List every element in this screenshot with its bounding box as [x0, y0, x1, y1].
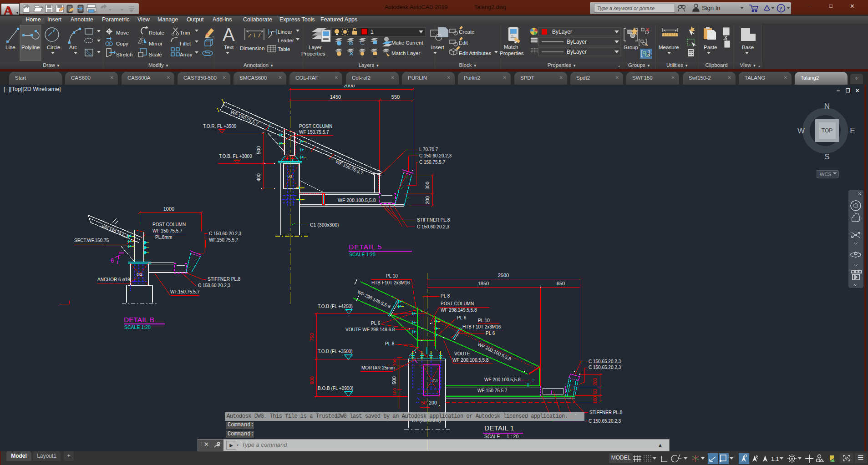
svg-text:DETAIL B: DETAIL B	[124, 316, 154, 323]
svg-text:SCALE 1:20: SCALE 1:20	[124, 324, 151, 330]
svg-text:ByLayer: ByLayer	[552, 29, 572, 35]
svg-text:100: 100	[593, 396, 598, 404]
svg-text:600: 600	[309, 376, 315, 384]
svg-text:L 70.70.7: L 70.70.7	[419, 147, 438, 152]
svg-text:Table: Table	[278, 46, 290, 52]
svg-text:N: N	[824, 102, 830, 111]
svg-text:Make Current: Make Current	[391, 40, 423, 45]
svg-text:550: 550	[391, 94, 400, 100]
svg-text:PL 8: PL 8	[385, 341, 395, 346]
svg-text:T.O.B (FL +4250): T.O.B (FL +4250)	[318, 304, 353, 309]
svg-text:1:1: 1:1	[771, 456, 779, 462]
svg-text:T.O.B. FL +3000: T.O.B. FL +3000	[219, 154, 252, 159]
svg-text:300: 300	[425, 182, 430, 190]
svg-text:T.O.R. FL +3500: T.O.R. FL +3500	[203, 124, 237, 129]
svg-text:Match Layer: Match Layer	[391, 51, 420, 56]
svg-text:DETAIL 5: DETAIL 5	[349, 243, 382, 251]
svg-text:500: 500	[391, 376, 397, 384]
svg-text:POST COLUMN: POST COLUMN	[441, 301, 474, 306]
svg-text:100: 100	[392, 359, 397, 366]
svg-text:HTB F10T 2x3M16: HTB F10T 2x3M16	[371, 280, 410, 285]
svg-text:G2: G2	[137, 272, 142, 277]
svg-text:B.O.B (FL +2900): B.O.B (FL +2900)	[318, 386, 353, 391]
svg-text:1 : 20: 1 : 20	[507, 434, 518, 439]
svg-text:Dimension: Dimension	[240, 45, 264, 51]
svg-text:POST COLUMN: POST COLUMN	[152, 222, 186, 227]
svg-text:Line: Line	[5, 45, 15, 50]
svg-text:100: 100	[392, 388, 397, 395]
svg-text:Base: Base	[742, 45, 754, 50]
svg-text:Linear: Linear	[278, 29, 292, 35]
svg-text:?: ?	[779, 5, 782, 12]
svg-text:50: 50	[593, 389, 598, 394]
svg-text:200: 200	[593, 378, 598, 385]
svg-text:SCALE 1:20: SCALE 1:20	[349, 252, 376, 257]
svg-text:PL.8mm: PL.8mm	[155, 235, 172, 240]
svg-text:C 150.60.20.2,3: C 150.60.20.2,3	[419, 153, 452, 158]
svg-text:200: 200	[429, 400, 437, 405]
svg-text:Edit Attributes: Edit Attributes	[459, 51, 491, 56]
svg-text:C 150.60.20.2,3: C 150.60.20.2,3	[209, 231, 242, 236]
svg-text:VOUTE WF 298.149.6.8: VOUTE WF 298.149.6.8	[345, 327, 395, 332]
svg-text:ByLayer: ByLayer	[567, 49, 587, 55]
svg-text:STIFFNER PL.8: STIFFNER PL.8	[589, 410, 623, 415]
svg-text:POST COLUMN: POST COLUMN	[299, 124, 332, 129]
svg-text:Properties: Properties	[301, 51, 325, 56]
svg-text:Insert: Insert	[431, 45, 445, 50]
svg-text:C 150.60.20.2,3: C 150.60.20.2,3	[417, 224, 450, 229]
svg-text:2500: 2500	[498, 273, 509, 278]
svg-text:C 150.60.20.2,3: C 150.60.20.2,3	[198, 283, 231, 288]
svg-text:PL 6: PL 6	[371, 321, 381, 326]
svg-text:E: E	[850, 126, 855, 135]
svg-text:Match: Match	[504, 44, 518, 50]
svg-text:Fillet: Fillet	[180, 41, 191, 46]
svg-text:2000: 2000	[344, 85, 355, 88]
svg-text:WF.150.75.5.7: WF.150.75.5.7	[209, 238, 239, 243]
svg-text:STIFFNER PL.8: STIFFNER PL.8	[208, 277, 241, 282]
svg-text:HTB F10T 2x3M16: HTB F10T 2x3M16	[462, 324, 501, 329]
svg-text:A: A	[223, 25, 235, 45]
svg-text:C 150.65.20.2,3: C 150.65.20.2,3	[589, 359, 621, 364]
svg-text:WF 150.75.5.7: WF 150.75.5.7	[299, 130, 329, 135]
svg-text:PL 6: PL 6	[457, 315, 467, 320]
svg-text:Edit: Edit	[459, 40, 468, 45]
svg-text:400: 400	[256, 173, 261, 182]
svg-text:200: 200	[425, 196, 430, 204]
svg-text:Group: Group	[624, 45, 638, 50]
svg-text:Measure: Measure	[659, 45, 679, 50]
svg-text:1000: 1000	[163, 206, 174, 212]
svg-text:WCS: WCS	[820, 172, 832, 177]
svg-text:Sign In: Sign In	[702, 5, 720, 11]
svg-text:Create: Create	[459, 29, 475, 35]
svg-text:Polyline: Polyline	[21, 45, 40, 50]
svg-text:T.O.B (FL +3500): T.O.B (FL +3500)	[318, 349, 353, 354]
svg-text:PL 10: PL 10	[386, 273, 398, 278]
svg-text:TOP: TOP	[822, 127, 832, 134]
svg-text:PL 8: PL 8	[441, 293, 450, 298]
svg-text:DETAIL 1: DETAIL 1	[484, 424, 514, 432]
svg-text:Mirror: Mirror	[149, 41, 162, 46]
svg-text:Circle: Circle	[47, 45, 60, 50]
svg-text:WF 150.75.5.7: WF 150.75.5.7	[477, 388, 508, 393]
svg-text:WF 150.75.5.7: WF 150.75.5.7	[152, 228, 183, 233]
svg-text:S: S	[824, 152, 829, 161]
svg-text:WF 200.100.5,5.8: WF 200.100.5,5.8	[338, 197, 376, 203]
svg-text:C 150.75.5.7: C 150.75.5.7	[419, 160, 446, 165]
svg-text:MORTAR 25mm: MORTAR 25mm	[361, 365, 395, 370]
svg-text:C 150.65.20.2,3: C 150.65.20.2,3	[589, 419, 621, 424]
svg-text:Trim: Trim	[180, 30, 190, 35]
svg-text:Text: Text	[224, 45, 234, 50]
svg-text:Properties: Properties	[500, 51, 524, 56]
svg-text:1450: 1450	[330, 94, 341, 100]
svg-text:Paste: Paste	[704, 45, 717, 50]
svg-text:PL 6: PL 6	[486, 331, 495, 336]
svg-text:W: W	[797, 126, 805, 135]
svg-text:C 150.65.20.2,3: C 150.65.20.2,3	[589, 365, 621, 370]
svg-text:Scale: Scale	[149, 52, 162, 57]
svg-text:Move: Move	[116, 30, 129, 35]
svg-text:750: 750	[309, 333, 315, 341]
svg-text:WF 200.100.5,5.8: WF 200.100.5,5.8	[452, 358, 489, 363]
svg-text:1: 1	[371, 29, 374, 35]
svg-text:Leader: Leader	[278, 38, 294, 43]
svg-text:SECT.WF.150.75: SECT.WF.150.75	[74, 238, 109, 243]
